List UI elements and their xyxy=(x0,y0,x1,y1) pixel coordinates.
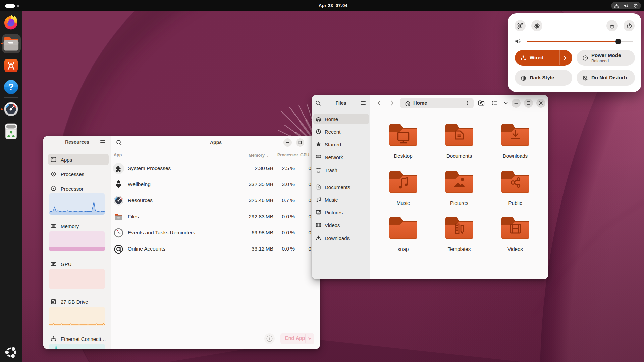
svg-text:?: ? xyxy=(8,82,14,92)
